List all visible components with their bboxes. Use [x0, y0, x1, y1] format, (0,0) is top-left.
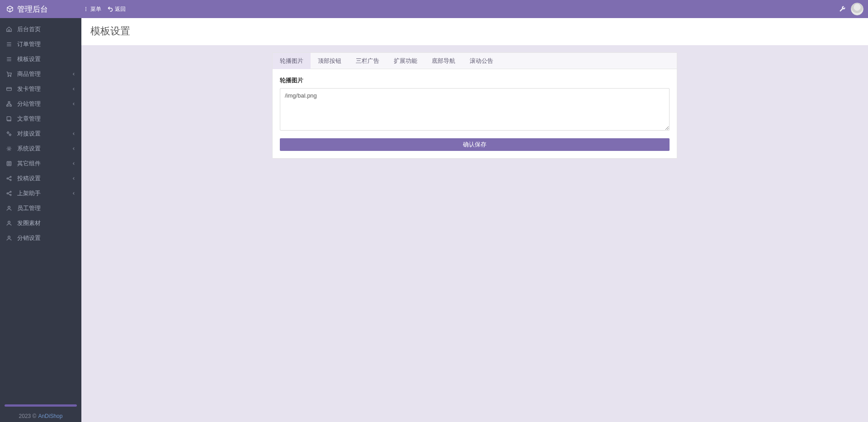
sidebar-item-label: 分销设置 [17, 234, 41, 242]
tab-bar: 轮播图片顶部按钮三栏广告扩展功能底部导航滚动公告 [273, 53, 677, 69]
chevron-left-icon [71, 131, 76, 136]
cube-icon [6, 5, 14, 13]
sidebar-item-label: 员工管理 [17, 204, 41, 212]
chevron-left-icon [71, 72, 76, 76]
tab-1[interactable]: 顶部按钮 [311, 53, 349, 69]
sidebar-item-7[interactable]: 对接设置 [0, 126, 81, 141]
svg-point-18 [9, 134, 11, 136]
sidebar-item-label: 模板设置 [17, 55, 41, 63]
sidebar: 后台首页订单管理模板设置商品管理发卡管理分站管理文章管理对接设置系统设置其它组件… [0, 18, 81, 422]
sidebar-item-label: 系统设置 [17, 145, 41, 153]
svg-point-17 [7, 131, 9, 133]
menu-toggle-button[interactable]: 菜单 [83, 5, 101, 13]
sidebar-item-label: 分站管理 [17, 100, 41, 108]
svg-point-10 [10, 75, 11, 76]
footer-brand-link[interactable]: AnDiShop [38, 413, 62, 419]
svg-rect-11 [7, 87, 12, 90]
sidebar-item-label: 订单管理 [17, 40, 41, 48]
carousel-images-textarea[interactable] [280, 88, 670, 131]
svg-line-34 [8, 193, 10, 194]
chevron-left-icon [71, 146, 76, 151]
sidebar-item-label: 商品管理 [17, 70, 41, 78]
avatar[interactable] [851, 3, 863, 15]
svg-point-35 [8, 206, 10, 208]
gear-icon [5, 145, 13, 152]
home-icon [5, 26, 13, 33]
save-button[interactable]: 确认保存 [280, 138, 670, 151]
sidebar-item-label: 其它组件 [17, 159, 41, 168]
sidebar-item-1[interactable]: 订单管理 [0, 37, 81, 52]
settings-panel: 轮播图片顶部按钮三栏广告扩展功能底部导航滚动公告 轮播图片 确认保存 [272, 52, 677, 159]
wrench-icon[interactable] [839, 6, 845, 12]
gears-icon [5, 130, 13, 137]
svg-rect-13 [8, 101, 10, 103]
sidebar-nav: 后台首页订单管理模板设置商品管理发卡管理分站管理文章管理对接设置系统设置其它组件… [0, 18, 81, 404]
chevron-left-icon [71, 87, 76, 91]
tab-0[interactable]: 轮播图片 [273, 53, 311, 69]
cart-icon [5, 70, 13, 78]
sidebar-item-label: 后台首页 [17, 25, 41, 33]
svg-point-0 [85, 7, 86, 8]
svg-point-9 [8, 75, 9, 76]
svg-point-36 [8, 221, 10, 223]
svg-point-2 [85, 10, 86, 11]
back-button[interactable]: 返回 [108, 5, 126, 13]
sidebar-item-8[interactable]: 系统设置 [0, 141, 81, 156]
sidebar-item-9[interactable]: 其它组件 [0, 156, 81, 171]
sidebar-item-13[interactable]: 发圈素材 [0, 216, 81, 230]
tab-4[interactable]: 底部导航 [425, 53, 462, 69]
undo-icon [108, 6, 113, 12]
sidebar-item-6[interactable]: 文章管理 [0, 111, 81, 126]
user-icon [5, 220, 13, 227]
share-icon [5, 175, 13, 182]
sidebar-item-label: 发卡管理 [17, 85, 41, 93]
card-icon [5, 85, 13, 93]
svg-point-22 [9, 162, 10, 163]
tab-5[interactable]: 滚动公告 [462, 53, 500, 69]
chevron-left-icon [71, 161, 76, 166]
brand[interactable]: 管理后台 [5, 4, 81, 14]
sidebar-item-12[interactable]: 员工管理 [0, 201, 81, 216]
list-icon [5, 41, 13, 48]
chevron-left-icon [71, 102, 76, 106]
svg-point-23 [8, 164, 9, 164]
sidebar-item-11[interactable]: 上架助手 [0, 186, 81, 201]
sidebar-item-10[interactable]: 投稿设置 [0, 171, 81, 186]
sidebar-item-0[interactable]: 后台首页 [0, 22, 81, 37]
back-label: 返回 [115, 5, 126, 13]
sidebar-item-label: 文章管理 [17, 115, 41, 123]
page-title: 模板设置 [90, 24, 859, 38]
brand-title: 管理后台 [17, 4, 48, 14]
sidebar-footer: 2023 © AnDiShop [0, 410, 81, 422]
sidebar-item-14[interactable]: 分销设置 [0, 230, 81, 245]
svg-point-37 [8, 236, 10, 238]
sitemap-icon [5, 100, 13, 108]
share-icon [5, 190, 13, 197]
top-navbar: 管理后台 菜单 返回 [0, 0, 868, 18]
tab-3[interactable]: 扩展功能 [387, 53, 425, 69]
user-icon [5, 234, 13, 242]
sidebar-item-label: 投稿设置 [17, 174, 41, 183]
menu-toggle-label: 菜单 [90, 5, 101, 13]
page-titlebar: 模板设置 [81, 18, 868, 45]
sidebar-item-3[interactable]: 商品管理 [0, 66, 81, 81]
sidebar-item-4[interactable]: 发卡管理 [0, 81, 81, 96]
svg-rect-20 [7, 161, 11, 165]
svg-rect-14 [7, 105, 9, 106]
sidebar-scrollbar[interactable] [5, 404, 77, 407]
sidebar-item-2[interactable]: 模板设置 [0, 52, 81, 66]
main: 模板设置 轮播图片顶部按钮三栏广告扩展功能底部导航滚动公告 轮播图片 确认保存 [81, 18, 868, 422]
svg-line-29 [8, 178, 10, 179]
svg-point-19 [8, 147, 10, 149]
chevron-left-icon [71, 191, 76, 196]
sidebar-item-5[interactable]: 分站管理 [0, 96, 81, 111]
svg-point-1 [85, 9, 86, 9]
tab-2[interactable]: 三栏广告 [349, 53, 387, 69]
content: 轮播图片顶部按钮三栏广告扩展功能底部导航滚动公告 轮播图片 确认保存 [81, 45, 868, 166]
svg-point-21 [8, 162, 9, 163]
carousel-images-label: 轮播图片 [280, 76, 670, 84]
footer-year: 2023 © [19, 413, 37, 419]
sidebar-item-label: 对接设置 [17, 130, 41, 138]
svg-point-24 [9, 164, 10, 164]
svg-line-28 [8, 177, 10, 178]
